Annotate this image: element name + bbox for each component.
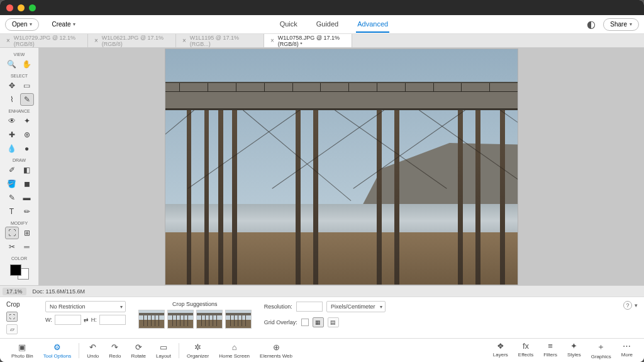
shape-tool[interactable]: ▬ [20,191,34,204]
width-label: W: [45,317,52,323]
move-tool[interactable]: ✥ [5,79,19,92]
tool-options-button[interactable]: ⚙Tool Options [38,342,76,359]
minimize-icon[interactable] [18,4,25,11]
share-button[interactable]: Share▾ [603,18,639,31]
tab-advanced[interactable]: Advanced [356,16,389,33]
titlebar [0,0,644,15]
status-bar: 17.1% Doc: 115.6M/115.6M [0,285,644,297]
grid-grid[interactable]: ▤ [328,317,339,327]
aspect-dropdown[interactable]: No Restriction [45,301,126,312]
eraser-tool[interactable]: ◧ [20,164,34,176]
tool-options-panel: Crop ⛶ ▱ No Restriction W: ⇄ H: Crop Sug… [0,297,644,338]
straighten-tool[interactable]: ═ [20,240,34,253]
elements-web-button[interactable]: ⊕Elements Web [255,342,297,359]
rotate-icon: ⟳ [135,342,142,352]
hand-tool[interactable]: ✋ [20,58,34,71]
swap-icon[interactable]: ⇄ [84,317,89,323]
heal-tool[interactable]: ✚ [5,128,19,141]
crop-suggestion[interactable] [167,310,194,329]
crop-suggestions [138,310,252,329]
close-icon[interactable]: × [6,37,10,44]
document-canvas[interactable] [165,49,518,285]
photobin-icon: ▣ [18,342,26,352]
picker-tool[interactable]: ✎ [5,191,19,204]
more-icon: ⋯ [623,341,631,351]
gradient-tool[interactable]: ◼ [20,178,34,190]
tab-quick[interactable]: Quick [279,16,299,33]
crop-suggestion[interactable] [138,310,165,329]
web-icon: ⊕ [273,342,280,352]
grid-thirds[interactable]: ▦ [313,317,324,327]
grid-none[interactable] [301,319,309,326]
brush-tool[interactable]: ✐ [5,164,19,176]
appearance-icon[interactable]: ◐ [586,19,597,30]
units-dropdown[interactable]: Pixels/Centimeter [326,301,386,312]
open-button[interactable]: Open▾ [5,18,39,31]
panel-title: Crop [6,301,33,308]
help-icon[interactable]: ? [623,301,632,310]
document-tab[interactable]: ×W1L1195 @ 17.1% (RGB...) [176,34,264,47]
document-tab[interactable]: ×W1L0621.JPG @ 17.1% (RGB/8) [88,34,176,47]
window-controls [6,4,36,11]
organizer-button[interactable]: ✲Organizer [182,342,214,359]
zoom-tool[interactable]: 🔍 [5,58,19,71]
main: VIEW 🔍✋ SELECT ✥▭ ⌇✎ ENHANCE 👁✦ ✚⊛ 💧● DR… [0,48,644,285]
bottom-bar: ▣Photo Bin ⚙Tool Options ↶Undo ↷Redo ⟳Ro… [0,338,644,362]
doc-size: Doc: 115.6M/115.6M [33,288,86,295]
graphics-icon: ＋ [597,341,605,353]
zoom-level[interactable]: 17.1% [3,288,26,295]
type-tool[interactable]: T [5,205,19,218]
fill-tool[interactable]: 🪣 [5,178,19,190]
color-swatch[interactable] [10,264,29,280]
sponge-tool[interactable]: ● [20,142,34,155]
crop-suggestion[interactable] [196,310,223,329]
blur-tool[interactable]: 💧 [5,142,19,155]
layout-button[interactable]: ▭Layout [151,342,176,359]
layers-button[interactable]: ❖Layers [488,341,513,359]
lasso-tool[interactable]: ⌇ [5,93,19,106]
document-tab[interactable]: ×W1L0758.JPG @ 17.1% (RGB/8) * [264,34,352,47]
clone-tool[interactable]: ⊛ [20,128,34,141]
close-icon[interactable] [6,4,13,11]
tab-guided[interactable]: Guided [315,16,340,33]
effects-button[interactable]: fxEffects [513,341,538,359]
home-button[interactable]: ⌂Home Screen [214,342,255,359]
recompose-tool[interactable]: ⊞ [20,227,34,239]
filters-button[interactable]: ≡Filters [538,341,562,359]
styles-icon: ✦ [570,341,577,351]
marquee-tool[interactable]: ▭ [20,79,34,92]
eye-tool[interactable]: 👁 [5,115,19,127]
grid-label: Grid Overlay: [264,319,297,325]
document-tabs: ×W1L0729.JPG @ 12.1% (RGB/8) ×W1L0621.JP… [0,34,644,48]
crop-tool[interactable]: ⛶ [5,227,19,239]
resolution-label: Resolution: [264,303,292,310]
chevron-down-icon: ▾ [73,21,75,27]
move-content-tool[interactable]: ✂ [5,240,19,253]
create-button[interactable]: Create▾ [45,18,82,31]
redo-icon: ↷ [111,342,118,352]
undo-icon: ↶ [89,342,96,352]
width-input[interactable] [55,315,81,325]
close-icon[interactable]: × [182,37,186,44]
close-icon[interactable]: × [94,37,98,44]
document-tab[interactable]: ×W1L0729.JPG @ 12.1% (RGB/8) [0,34,88,47]
photo-bin-button[interactable]: ▣Photo Bin [6,342,38,359]
crop-mode-normal[interactable]: ⛶ [6,312,18,322]
crop-mode-perspective[interactable]: ▱ [6,324,18,334]
styles-button[interactable]: ✦Styles [562,341,586,359]
fullscreen-icon[interactable] [29,4,36,11]
pencil-tool[interactable]: ✏ [20,205,34,218]
more-button[interactable]: ⋯More [616,341,638,359]
close-icon[interactable]: × [270,37,274,44]
resolution-input[interactable] [296,302,323,312]
undo-button[interactable]: ↶Undo [82,342,104,359]
quick-select-tool[interactable]: ✎ [20,93,34,106]
redo-button[interactable]: ↷Redo [104,342,126,359]
rotate-button[interactable]: ⟳Rotate [126,342,151,359]
graphics-button[interactable]: ＋Graphics [586,341,616,359]
chevron-down-icon[interactable]: ▾ [635,302,638,308]
crop-suggestion[interactable] [225,310,252,329]
tooth-tool[interactable]: ✦ [20,115,34,127]
height-input[interactable] [99,315,126,325]
canvas-area[interactable] [39,48,644,285]
